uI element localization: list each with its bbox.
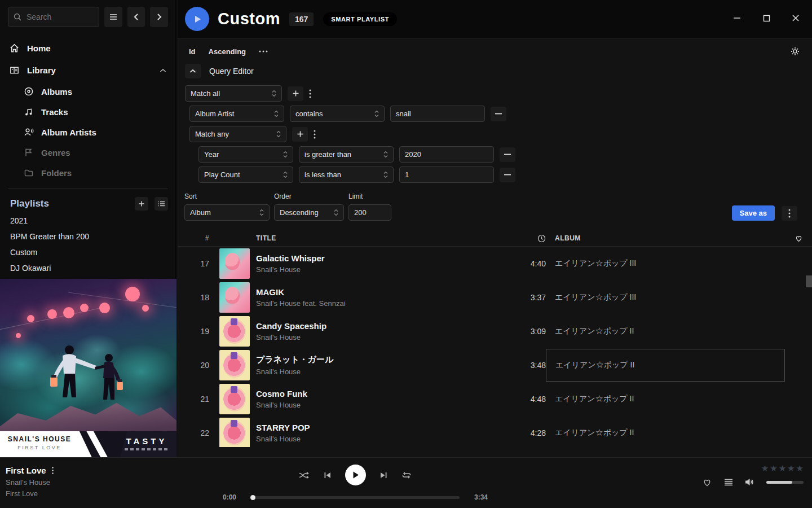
- track-album[interactable]: エイリアン☆ポップ III: [546, 292, 636, 303]
- rule-value-field[interactable]: [390, 106, 485, 122]
- column-header-favorite[interactable]: [785, 234, 812, 242]
- limit-field[interactable]: [348, 204, 391, 221]
- sort-field-button[interactable]: Id: [189, 47, 196, 56]
- play-playlist-button[interactable]: [185, 7, 209, 31]
- remove-rule-button[interactable]: [500, 147, 515, 162]
- player-right-controls: ★ ★ ★ ★ ★: [513, 458, 812, 508]
- rule-field-select[interactable]: Play Count: [198, 167, 293, 183]
- volume-button[interactable]: [745, 478, 754, 486]
- window-minimize-button[interactable]: [729, 10, 745, 27]
- rule-operator-select[interactable]: contains: [290, 106, 385, 122]
- add-playlist-button[interactable]: [135, 197, 148, 211]
- now-playing-artist[interactable]: Snail's House: [6, 478, 197, 487]
- window-close-button[interactable]: [787, 10, 804, 27]
- now-playing-album-art[interactable]: SNAIL'S HOUSE FIRST LOVE TASTY: [0, 279, 176, 457]
- add-rule-button-2[interactable]: [292, 127, 308, 142]
- settings-button[interactable]: [791, 47, 800, 56]
- track-options-button[interactable]: [52, 467, 54, 474]
- more-options-button[interactable]: [259, 50, 268, 52]
- sidebar-item-genres[interactable]: Genres: [0, 142, 175, 163]
- remove-rule-button[interactable]: [500, 168, 515, 182]
- track-row[interactable]: 22 STARRY POP Snail's House 4:28 エイリアン☆ポ…: [178, 416, 812, 447]
- rule-value-input[interactable]: [396, 110, 479, 118]
- scrollbar-thumb[interactable]: [806, 275, 812, 287]
- rule-field-select[interactable]: Album Artist: [189, 106, 284, 122]
- sidebar-item-home[interactable]: Home: [0, 37, 175, 59]
- chevron-up-icon[interactable]: [160, 68, 166, 73]
- search-field[interactable]: [27, 12, 94, 21]
- rule-value-field[interactable]: [399, 167, 494, 183]
- playlist-item[interactable]: DJ Okawari: [0, 260, 175, 276]
- rule-field-select[interactable]: Year: [198, 146, 293, 163]
- play-pause-button[interactable]: [345, 465, 366, 485]
- sidebar-item-library[interactable]: Library: [0, 59, 175, 81]
- order-select[interactable]: Descending: [274, 204, 344, 221]
- track-album[interactable]: エイリアン☆ポップ II: [546, 428, 634, 438]
- track-row[interactable]: 21 Cosmo Funk Snail's House 4:48 エイリアン☆ポ…: [178, 382, 812, 416]
- seek-slider[interactable]: [251, 496, 460, 499]
- star-icon[interactable]: ★: [761, 463, 769, 474]
- track-album[interactable]: エイリアン☆ポップ III: [546, 259, 636, 269]
- sort-direction-button[interactable]: Ascending: [209, 47, 246, 56]
- now-playing-track[interactable]: First Love: [6, 466, 46, 475]
- window-maximize-button[interactable]: [758, 10, 775, 27]
- column-header-index[interactable]: #: [178, 234, 209, 242]
- playlist-item[interactable]: 2021: [0, 213, 175, 229]
- rule-value-input[interactable]: [405, 150, 488, 159]
- star-icon[interactable]: ★: [770, 463, 777, 474]
- column-header-duration[interactable]: [495, 234, 546, 243]
- track-row[interactable]: 18 MAGIK Snail's House feat. Sennzai 3:3…: [178, 281, 812, 314]
- queue-button[interactable]: [724, 479, 733, 486]
- query-editor-title: Query Editor: [209, 67, 254, 76]
- rule-operator-select[interactable]: is greater than: [299, 146, 394, 163]
- rule-value-field[interactable]: [399, 146, 494, 163]
- sidebar-item-album-artists[interactable]: Album Artists: [0, 122, 175, 142]
- sidebar-item-folders[interactable]: Folders: [0, 163, 175, 183]
- menu-button[interactable]: [104, 7, 122, 27]
- group-options-button-2[interactable]: [314, 130, 316, 139]
- save-options-button[interactable]: [782, 206, 797, 221]
- sort-select[interactable]: Album: [184, 204, 270, 221]
- track-row[interactable]: 19 Candy Spaceship Snail's House 3:09 エイ…: [178, 314, 812, 348]
- playlist-item[interactable]: BPM Greater than 200: [0, 229, 175, 244]
- minus-icon: [495, 113, 502, 115]
- playlist-item[interactable]: Custom: [0, 244, 175, 260]
- sidebar-item-albums[interactable]: Albums: [0, 81, 175, 102]
- track-row[interactable]: 20 プラネット・ガール Snail's House 3:48 エイリアン☆ポッ…: [178, 348, 812, 382]
- star-icon[interactable]: ★: [779, 463, 786, 474]
- volume-slider[interactable]: [766, 481, 804, 484]
- favorite-button[interactable]: [702, 478, 712, 487]
- column-header-title[interactable]: TITLE: [250, 234, 495, 242]
- select-spinner-icon: [383, 151, 388, 158]
- rule-value-input[interactable]: [405, 170, 488, 179]
- star-icon[interactable]: ★: [787, 463, 795, 474]
- now-playing-album[interactable]: First Love: [6, 489, 197, 498]
- group-options-button-1[interactable]: [309, 89, 311, 98]
- query-editor-collapse-button[interactable]: [185, 64, 201, 78]
- rule-operator-select[interactable]: is less than: [299, 167, 394, 183]
- nav-forward-button[interactable]: [150, 7, 168, 27]
- limit-input[interactable]: [354, 208, 386, 217]
- focused-album-cell[interactable]: エイリアン☆ポップ II: [546, 349, 785, 382]
- star-icon[interactable]: ★: [796, 463, 804, 474]
- track-album[interactable]: エイリアン☆ポップ II: [546, 326, 634, 336]
- next-button[interactable]: [379, 471, 388, 479]
- add-rule-button-1[interactable]: [288, 86, 303, 101]
- seek-knob[interactable]: [250, 495, 255, 500]
- playlist-list-button[interactable]: [155, 197, 168, 211]
- previous-button[interactable]: [323, 471, 332, 479]
- track-album[interactable]: エイリアン☆ポップ II: [546, 394, 634, 404]
- track-row[interactable]: 17 Galactic Whisper Snail's House 4:40 エ…: [178, 247, 812, 281]
- search-input[interactable]: [8, 7, 99, 27]
- repeat-button[interactable]: [401, 471, 412, 479]
- match-type-select-2[interactable]: Match any: [189, 126, 286, 142]
- save-as-button[interactable]: Save as: [732, 205, 775, 221]
- sidebar-item-tracks[interactable]: Tracks: [0, 102, 175, 122]
- album-art-caption-band: SNAIL'S HOUSE FIRST LOVE TASTY: [0, 431, 176, 457]
- shuffle-button[interactable]: [299, 471, 310, 479]
- nav-back-button[interactable]: [127, 7, 145, 27]
- column-header-album[interactable]: ALBUM: [546, 234, 785, 242]
- album-art-artist: SNAIL'S HOUSE: [2, 435, 77, 443]
- match-type-select-1[interactable]: Match all: [185, 85, 282, 102]
- remove-rule-button[interactable]: [491, 107, 506, 121]
